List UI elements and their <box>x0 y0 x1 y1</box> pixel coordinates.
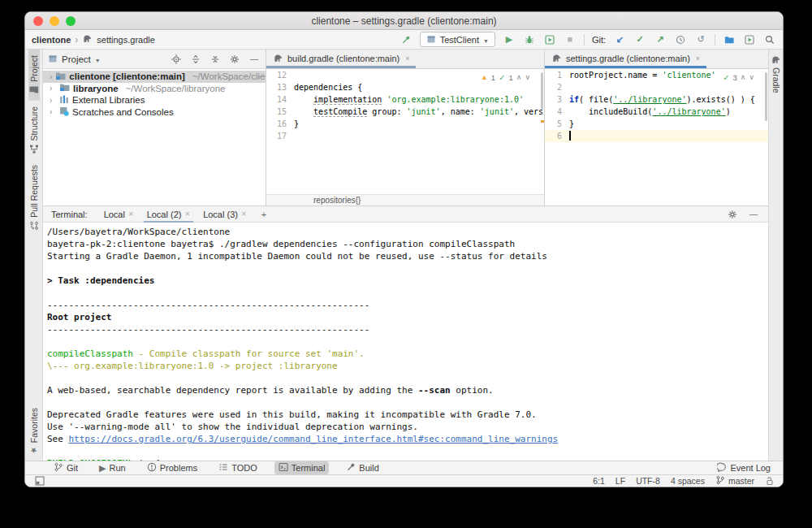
tool-window-button-run[interactable]: ▶Run <box>95 462 130 474</box>
editor-breadcrumb-bar[interactable]: repositories{} <box>266 194 544 206</box>
next-problem-icon[interactable]: ∨ <box>525 71 530 84</box>
expand-chevron-icon[interactable]: › <box>50 84 56 93</box>
terminal-settings-icon[interactable] <box>726 208 739 221</box>
readonly-lock-icon[interactable] <box>765 476 775 486</box>
stop-icon[interactable]: ■ <box>564 33 577 46</box>
update-project-icon[interactable]: ↙ <box>613 33 626 46</box>
tool-window-button-problems[interactable]: Problems <box>143 461 201 474</box>
status-item[interactable]: 4 spaces <box>671 476 705 486</box>
run-anything-icon[interactable] <box>743 33 756 46</box>
expand-all-icon[interactable] <box>189 53 202 66</box>
status-item[interactable]: LF <box>615 476 625 486</box>
terminal-link[interactable]: https://docs.gradle.org/6.3/userguide/co… <box>69 434 559 444</box>
inspection-widget[interactable]: ▲1✓1∧∨ <box>478 71 533 84</box>
tool-strip-item-favorites[interactable]: ★Favorites <box>28 402 40 461</box>
editor-scrollbar[interactable] <box>765 72 767 121</box>
search-everywhere-icon[interactable] <box>763 33 776 46</box>
tool-strip-item-structure[interactable]: Structure <box>28 101 40 160</box>
collapse-all-icon[interactable] <box>209 53 222 66</box>
terminal-tab-local3[interactable]: Local (3)✕ <box>197 206 253 223</box>
tree-item-path: ~/WorkSpace/libraryone <box>126 84 226 93</box>
tool-window-button-build[interactable]: Build <box>342 461 382 474</box>
code-line: 4 includeBuild('../libraryone') <box>545 106 768 118</box>
rollback-icon[interactable]: ↺ <box>694 33 707 46</box>
left-tool-strip: ProjectStructurePull Requests★Favorites <box>25 50 43 461</box>
pull-request-icon <box>29 221 39 231</box>
new-terminal-tab-button[interactable]: + <box>261 210 266 219</box>
prev-problem-icon[interactable]: ∧ <box>741 71 746 84</box>
terminal-line: Root project <box>47 311 768 323</box>
line-number: 15 <box>266 106 294 118</box>
terminal-line <box>47 335 768 348</box>
tree-item-path: ~/WorkSpace/clientone <box>192 71 266 81</box>
gradle-file-icon <box>273 54 283 64</box>
hide-panel-icon[interactable]: — <box>248 53 261 66</box>
editor-build-gradle[interactable]: 1213dependencies {14 implementation 'org… <box>266 69 544 194</box>
scratches-icon <box>59 106 69 118</box>
prev-problem-icon[interactable]: ∧ <box>516 71 522 84</box>
project-structure-icon[interactable] <box>723 33 736 46</box>
toolbar-right: TestClient ▼ ▶■ Git: ↙✓↗↺ <box>400 32 776 47</box>
breadcrumb-item[interactable]: settings.gradle <box>97 35 155 45</box>
tab-build-gradle[interactable]: build.gradle (clientone:main) × <box>266 49 416 68</box>
close-icon[interactable]: ✕ <box>241 210 247 218</box>
status-bar: 6:1LFUTF-84 spacesmaster <box>25 474 783 487</box>
breadcrumb-item[interactable]: repositories{} <box>313 196 361 205</box>
next-problem-icon[interactable]: ∨ <box>749 71 754 84</box>
breadcrumb: clientone›settings.gradle <box>32 34 155 45</box>
close-icon[interactable]: × <box>696 54 700 63</box>
close-icon[interactable]: ✕ <box>184 210 190 218</box>
chevron-down-icon[interactable]: ▼ <box>95 54 101 64</box>
title-bar[interactable]: clientone – settings.gradle (clientone:m… <box>25 12 783 30</box>
hide-terminal-icon[interactable]: — <box>747 208 760 221</box>
tool-strip-item-pull-requests[interactable]: Pull Requests <box>28 159 40 236</box>
editor-settings-gradle[interactable]: 1rootProject.name = 'clientone'23if( fil… <box>545 69 768 206</box>
build-hammer-icon[interactable] <box>400 33 412 46</box>
code-line: 16} <box>266 118 544 130</box>
expand-chevron-icon[interactable]: › <box>50 96 56 105</box>
terminal-tab-local[interactable]: Local✕ <box>97 206 140 223</box>
line-number: 4 <box>545 106 569 118</box>
tool-strip-label: Project <box>29 55 39 82</box>
code-line: 17 <box>266 130 544 142</box>
project-tree: ›clientone [clientone:main]~/WorkSpace/c… <box>43 69 266 206</box>
history-icon[interactable] <box>674 33 687 46</box>
debug-icon[interactable] <box>523 33 536 46</box>
status-item[interactable]: 6:1 <box>593 476 605 486</box>
breadcrumb-item[interactable]: clientone <box>32 35 71 45</box>
tool-strip-item-project[interactable]: Project <box>28 50 40 101</box>
tool-window-button-terminal[interactable]: Terminal <box>274 461 330 474</box>
expand-chevron-icon[interactable]: › <box>50 107 56 116</box>
status-item[interactable]: UTF-8 <box>636 476 660 486</box>
commit-icon[interactable]: ✓ <box>633 33 646 46</box>
close-icon[interactable]: × <box>405 54 409 63</box>
event-log-button[interactable]: Event Log <box>713 461 775 474</box>
tree-row[interactable]: ›External Libraries <box>43 94 266 106</box>
tree-row[interactable]: ›clientone [clientone:main]~/WorkSpace/c… <box>43 71 266 83</box>
locate-icon[interactable] <box>170 53 183 66</box>
tool-window-button-git[interactable]: Git <box>50 461 82 474</box>
tree-row[interactable]: ›libraryone~/WorkSpace/libraryone <box>43 83 266 95</box>
tree-item-label: Scratches and Consoles <box>72 107 174 117</box>
project-panel: Project ▼ — ›clientone [clientone:main]~… <box>43 50 266 206</box>
run-icon[interactable]: ▶ <box>503 33 516 46</box>
settings-icon[interactable] <box>228 53 241 66</box>
inspection-widget[interactable]: ✓3∧∨ <box>720 71 757 84</box>
close-icon[interactable]: ✕ <box>128 210 134 218</box>
tree-row[interactable]: ›Scratches and Consoles <box>43 106 266 119</box>
run-config-icon <box>426 34 436 45</box>
tool-window-button-todo[interactable]: TODO <box>214 461 261 474</box>
terminal-output[interactable]: /Users/bayetra/WorkSpace/clientonebayetr… <box>43 223 768 461</box>
editor-scrollbar[interactable] <box>541 72 543 110</box>
git-branch-widget[interactable]: master <box>715 475 754 487</box>
tab-settings-gradle[interactable]: settings.gradle (clientone:main) × <box>545 49 706 68</box>
coverage-icon[interactable] <box>543 33 556 46</box>
terminal-line: See https://docs.gradle.org/6.3/userguid… <box>47 433 768 445</box>
tool-windows-icon[interactable] <box>33 474 46 487</box>
run-configuration-select[interactable]: TestClient ▼ <box>420 32 495 47</box>
terminal-tab-local2[interactable]: Local (2)✕ <box>140 206 197 223</box>
expand-chevron-icon[interactable]: › <box>50 72 52 81</box>
tool-strip-item-gradle[interactable]: Gradle <box>770 50 782 99</box>
project-panel-title[interactable]: Project <box>62 54 91 64</box>
push-icon[interactable]: ↗ <box>654 33 667 46</box>
